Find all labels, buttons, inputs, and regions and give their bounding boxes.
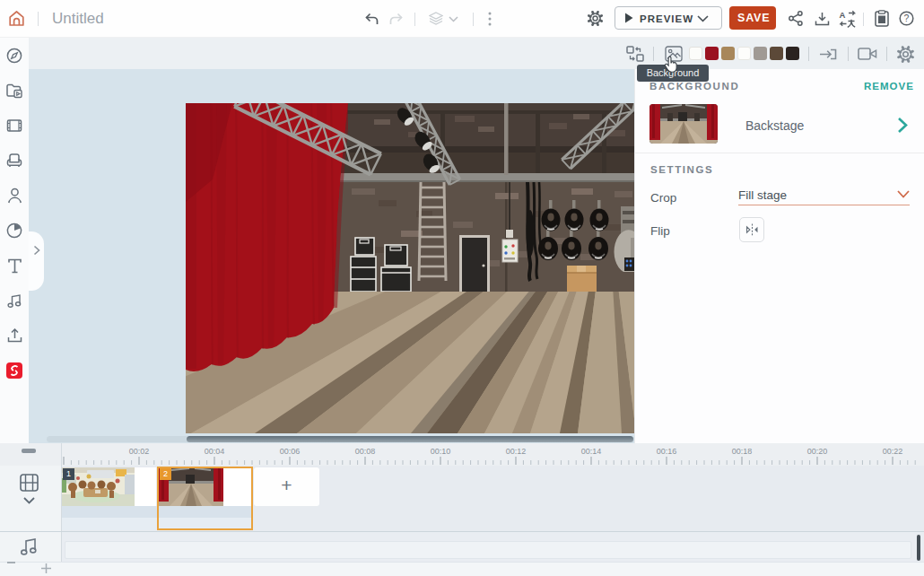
svg-text:A: A (840, 10, 846, 20)
svg-text:?: ? (904, 13, 910, 23)
